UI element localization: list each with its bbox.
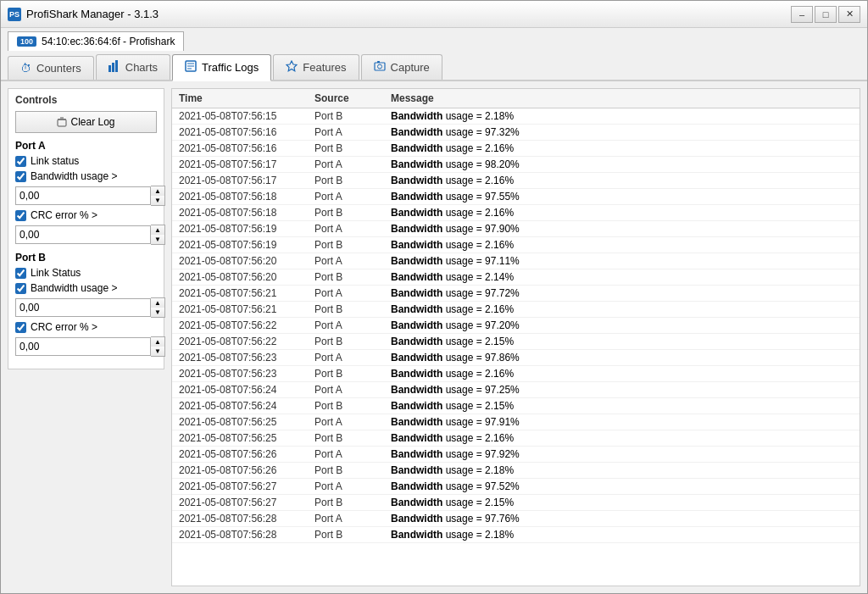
log-cell-time: 2021-05-08T07:56:25 (179, 416, 314, 428)
log-row: 2021-05-08T07:56:26Port BBandwidth usage… (172, 463, 860, 479)
log-cell-time: 2021-05-08T07:56:27 (179, 497, 314, 508)
log-row: 2021-05-08T07:56:24Port BBandwidth usage… (172, 398, 860, 414)
port-b-bandwidth-spin-buttons: ▲ ▼ (151, 297, 165, 318)
log-row: 2021-05-08T07:56:25Port BBandwidth usage… (172, 430, 860, 447)
device-tab[interactable]: 100 54:10:ec:36:64:6f - Profishark (8, 31, 184, 51)
log-row: 2021-05-08T07:56:21Port ABandwidth usage… (172, 286, 860, 302)
port-b-link-status-label: Link Status (31, 267, 81, 279)
port-a-bandwidth-input[interactable] (15, 186, 151, 205)
log-cell-source: Port B (314, 239, 391, 251)
log-row: 2021-05-08T07:56:15Port BBandwidth usage… (172, 108, 860, 125)
device-badge: 100 (17, 36, 36, 47)
port-b-bandwidth-input[interactable] (15, 298, 151, 317)
log-cell-time: 2021-05-08T07:56:18 (179, 207, 314, 219)
log-row: 2021-05-08T07:56:28Port BBandwidth usage… (172, 527, 860, 543)
log-cell-message: Bandwidth usage = 2.16% (391, 368, 853, 380)
tab-traffic-logs[interactable]: Traffic Logs (172, 54, 271, 81)
port-a-crc-spin-up[interactable]: ▲ (151, 225, 164, 235)
port-a-crc-row: CRC error % > (15, 209, 157, 221)
tab-charts-label: Charts (125, 61, 158, 74)
log-cell-source: Port A (314, 255, 391, 267)
port-a-bandwidth-spin-up[interactable]: ▲ (151, 186, 164, 196)
log-cell-source: Port A (314, 191, 391, 203)
log-cell-source: Port A (314, 448, 391, 460)
log-cell-time: 2021-05-08T07:56:24 (179, 384, 314, 396)
svg-rect-1 (112, 63, 114, 72)
col-header-time: Time (179, 92, 314, 104)
tab-counters-label: Counters (36, 62, 81, 75)
sidebar: Controls Clear Log Port A Link status Ba… (8, 88, 164, 586)
port-a-crc-spinbox: ▲ ▼ (15, 225, 157, 245)
log-cell-message: Bandwidth usage = 2.14% (391, 271, 853, 283)
log-cell-source: Port A (314, 352, 391, 364)
port-b-crc-input[interactable] (15, 337, 151, 356)
port-a-bandwidth-row: Bandwidth usage > (15, 170, 157, 182)
port-a-bandwidth-checkbox[interactable] (15, 171, 26, 182)
port-b-link-status-checkbox[interactable] (15, 268, 26, 279)
log-row: 2021-05-08T07:56:20Port ABandwidth usage… (172, 253, 860, 269)
port-b-bandwidth-spin-down[interactable]: ▼ (151, 308, 164, 317)
port-b-crc-spin-buttons: ▲ ▼ (151, 336, 165, 357)
clear-log-button[interactable]: Clear Log (15, 111, 157, 133)
port-a-crc-checkbox[interactable] (15, 210, 26, 221)
log-cell-time: 2021-05-08T07:56:28 (179, 513, 314, 525)
tab-charts[interactable]: Charts (96, 54, 170, 80)
log-row: 2021-05-08T07:56:27Port ABandwidth usage… (172, 479, 860, 495)
svg-point-9 (377, 64, 381, 69)
charts-icon (108, 60, 120, 75)
log-cell-source: Port B (314, 303, 391, 315)
port-a-crc-input[interactable] (15, 225, 151, 244)
svg-rect-8 (375, 63, 385, 70)
port-b-title: Port B (15, 252, 157, 264)
port-b-crc-spin-up[interactable]: ▲ (151, 337, 164, 347)
log-cell-message: Bandwidth usage = 97.92% (391, 448, 853, 460)
tab-counters[interactable]: ⏱ Counters (8, 56, 94, 80)
tab-features[interactable]: Features (273, 54, 359, 80)
port-a-crc-spin-down[interactable]: ▼ (151, 235, 164, 244)
tab-features-label: Features (303, 61, 346, 74)
log-cell-message: Bandwidth usage = 97.32% (391, 126, 853, 138)
log-cell-source: Port B (314, 368, 391, 380)
log-row: 2021-05-08T07:56:23Port BBandwidth usage… (172, 366, 860, 382)
log-cell-message: Bandwidth usage = 97.52% (391, 480, 853, 492)
capture-icon (374, 60, 386, 75)
log-cell-message: Bandwidth usage = 97.76% (391, 513, 853, 525)
port-a-crc-spin-buttons: ▲ ▼ (151, 225, 165, 245)
port-a-link-status-checkbox[interactable] (15, 156, 26, 167)
content-area: Controls Clear Log Port A Link status Ba… (1, 81, 867, 593)
port-b-bandwidth-spin-up[interactable]: ▲ (151, 298, 164, 308)
log-cell-time: 2021-05-08T07:56:21 (179, 287, 314, 299)
counters-icon: ⏱ (20, 62, 31, 75)
port-b-crc-spinbox: ▲ ▼ (15, 336, 157, 357)
port-b-bandwidth-checkbox[interactable] (15, 283, 26, 294)
log-cell-source: Port A (314, 384, 391, 396)
log-cell-message: Bandwidth usage = 2.16% (391, 142, 853, 154)
minimize-button[interactable]: – (791, 6, 813, 23)
log-cell-time: 2021-05-08T07:56:16 (179, 142, 314, 154)
close-button[interactable]: ✕ (838, 6, 860, 23)
port-b-crc-checkbox[interactable] (15, 322, 26, 333)
log-cell-time: 2021-05-08T07:56:23 (179, 368, 314, 380)
log-row: 2021-05-08T07:56:18Port ABandwidth usage… (172, 189, 860, 205)
log-header: Time Source Message (172, 89, 860, 108)
log-cell-source: Port B (314, 271, 391, 283)
log-cell-time: 2021-05-08T07:56:20 (179, 255, 314, 267)
port-a-bandwidth-spinbox: ▲ ▼ (15, 186, 157, 206)
maximize-button[interactable]: □ (815, 6, 837, 23)
log-cell-time: 2021-05-08T07:56:17 (179, 158, 314, 170)
tab-traffic-logs-label: Traffic Logs (202, 61, 259, 74)
log-cell-time: 2021-05-08T07:56:26 (179, 464, 314, 476)
port-a-crc-label: CRC error % > (31, 209, 97, 221)
log-scroll[interactable]: 2021-05-08T07:56:15Port BBandwidth usage… (172, 108, 860, 586)
log-cell-message: Bandwidth usage = 2.18% (391, 464, 853, 476)
port-a-bandwidth-spin-down[interactable]: ▼ (151, 196, 164, 205)
svg-rect-2 (115, 60, 118, 72)
title-bar: PS ProfiShark Manager - 3.1.3 – □ ✕ (1, 1, 867, 28)
log-row: 2021-05-08T07:56:17Port BBandwidth usage… (172, 173, 860, 189)
log-cell-time: 2021-05-08T07:56:28 (179, 529, 314, 541)
tab-capture[interactable]: Capture (361, 54, 442, 80)
port-b-crc-spin-down[interactable]: ▼ (151, 347, 164, 356)
log-cell-time: 2021-05-08T07:56:20 (179, 271, 314, 283)
log-cell-message: Bandwidth usage = 97.86% (391, 352, 853, 364)
log-cell-source: Port A (314, 319, 391, 331)
